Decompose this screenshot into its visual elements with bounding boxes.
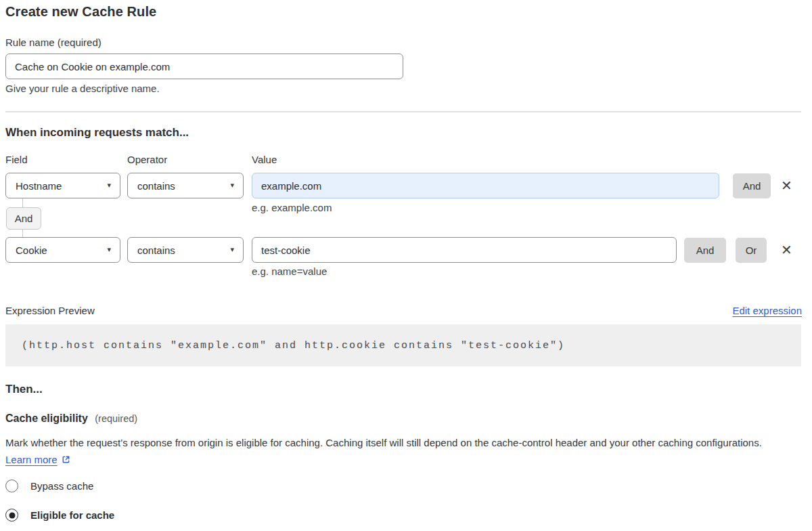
field-select-row1-value: Hostname [16,180,62,192]
rule-name-help: Give your rule a descriptive name. [5,83,160,94]
description-text: Mark whether the request’s response from… [5,437,762,448]
chevron-down-icon: ▾ [230,245,234,254]
expression-code: (http.host contains "example.com" and ht… [22,340,565,352]
radio-icon[interactable] [5,509,18,522]
field-column-label: Field [5,154,28,165]
external-link-icon [61,453,71,470]
chevron-down-icon: ▾ [107,245,111,254]
or-button-row2[interactable]: Or [736,238,767,263]
edit-expression-link[interactable]: Edit expression [732,305,802,316]
and-button-row2[interactable]: And [684,238,726,263]
rule-name-input[interactable] [5,54,403,79]
operator-select-row2-value: contains [137,245,175,256]
page-title: Create new Cache Rule [5,4,156,20]
cache-eligibility-heading: Cache eligibility [5,412,88,424]
field-select-row2[interactable]: Cookie ▾ [5,237,120,263]
section-divider [5,111,801,112]
operator-select-row1-value: contains [137,180,175,192]
and-button-row1[interactable]: And [733,173,771,198]
match-heading: When incoming requests match... [5,126,189,140]
radio-icon[interactable] [5,480,18,492]
cache-eligibility-description: Mark whether the request’s response from… [5,435,784,469]
field-select-row1[interactable]: Hostname ▾ [5,173,120,198]
field-select-row2-value: Cookie [16,245,47,256]
value-hint-row2: e.g. name=value [252,266,327,277]
chevron-down-icon: ▾ [230,181,234,190]
operator-select-row1[interactable]: contains ▾ [127,173,244,198]
remove-condition-row2-icon[interactable]: ✕ [781,243,792,257]
radio-option-bypass-cache[interactable]: Bypass cache [5,480,93,492]
radio-option-eligible-for-cache[interactable]: Eligible for cache [5,509,114,522]
value-hint-row1: e.g. example.com [252,202,332,213]
value-input-row2[interactable] [252,237,677,263]
connector-and-button[interactable]: And [6,207,41,230]
radio-label: Bypass cache [30,480,93,492]
chevron-down-icon: ▾ [107,181,111,190]
operator-column-label: Operator [127,154,167,165]
radio-label: Eligible for cache [30,509,114,521]
cache-eligibility-heading-row: Cache eligibility (required) [5,412,137,425]
learn-more-link[interactable]: Learn more [5,454,58,465]
expression-code-block: (http.host contains "example.com" and ht… [5,324,801,366]
required-note: (required) [95,413,137,424]
operator-select-row2[interactable]: contains ▾ [127,237,244,263]
value-column-label: Value [252,154,277,165]
expression-preview-label: Expression Preview [5,305,95,316]
then-heading: Then... [5,383,43,396]
rule-name-label: Rule name (required) [5,37,102,48]
remove-condition-row1-icon[interactable]: ✕ [781,179,792,192]
value-input-row1[interactable] [252,173,719,198]
